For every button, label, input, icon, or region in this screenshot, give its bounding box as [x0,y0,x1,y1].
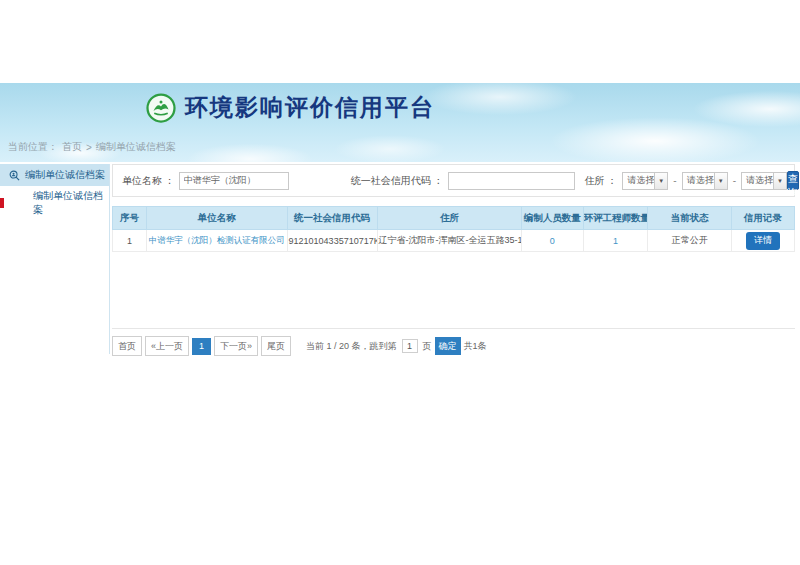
cell-index: 1 [113,230,147,252]
city-select[interactable]: 请选择 ▼ [682,172,728,190]
pagination-current-page[interactable]: 1 [192,338,211,355]
breadcrumb-separator: > [86,142,92,153]
table-row: 1 中谱华宇（沈阳）检测认证有限公司 91210104335710717K 辽宁… [113,230,795,252]
unit-name-input[interactable] [179,172,289,190]
col-index: 序号 [113,207,147,230]
pagination-next-button[interactable]: 下一页» [214,336,258,356]
breadcrumb: 当前位置： 首页 > 编制单位诚信档案 [8,140,176,154]
sidebar: 编制单位诚信档案 编制单位诚信档案 [0,164,110,354]
col-credit-code: 统一社会信用代码 [287,207,377,230]
sidebar-item-credit-archive-header[interactable]: 编制单位诚信档案 [0,164,109,186]
search-button[interactable]: 查询 [787,171,799,190]
pagination-info-suffix: 页 [423,340,432,353]
person-search-icon [9,170,20,181]
unit-name-label: 单位名称 ： [122,174,175,188]
sidebar-item-credit-archive[interactable]: 编制单位诚信档案 [0,193,109,213]
cell-status: 正常公开 [648,230,732,252]
col-engineer-count: 环评工程师数量 [583,207,648,230]
banner: 环境影响评价信用平台 当前位置： 首页 > 编制单位诚信档案 [0,83,800,162]
engineer-count-link[interactable]: 1 [613,236,618,246]
chevron-down-icon: ▼ [714,173,727,189]
sidebar-item-label: 编制单位诚信档案 [25,168,105,182]
pagination: 首页 «上一页 1 下一页» 尾页 当前 1 / 20 条，跳到第 页 确定 共… [112,328,795,356]
col-status: 当前状态 [648,207,732,230]
breadcrumb-prefix: 当前位置： [8,140,58,154]
breadcrumb-current: 编制单位诚信档案 [96,140,176,154]
cell-credit-code: 91210104335710717K [287,230,377,252]
city-select-value: 请选择 [683,174,714,187]
pagination-first-button[interactable]: 首页 [112,336,142,356]
detail-button[interactable]: 详情 [746,232,780,250]
col-credit-record: 信用记录 [732,207,795,230]
search-form: 单位名称 ： 统一社会信用代码 ： 住所 ： 请选择 ▼ - 请选择 ▼ - 请… [112,164,795,197]
platform-logo-icon [146,93,176,123]
province-select-value: 请选择 [623,174,654,187]
address-separator: - [733,175,736,186]
col-staff-count: 编制人员数量 [522,207,583,230]
col-unit-name: 单位名称 [147,207,287,230]
breadcrumb-home-link[interactable]: 首页 [62,140,82,154]
sidebar-item-label: 编制单位诚信档案 [33,189,109,217]
main-panel: 单位名称 ： 统一社会信用代码 ： 住所 ： 请选择 ▼ - 请选择 ▼ - 请… [112,164,795,356]
cell-address: 辽宁省-沈阳市-浑南区-全运五路35-1号楼902 [377,230,522,252]
pagination-total: 共1条 [464,340,487,353]
page-title: 环境影响评价信用平台 [185,92,435,123]
col-address: 住所 [377,207,522,230]
table-header-row: 序号 单位名称 统一社会信用代码 住所 编制人员数量 环评工程师数量 当前状态 … [113,207,795,230]
pagination-info: 当前 1 / 20 条，跳到第 [306,340,397,353]
page-jump-input[interactable] [402,339,418,353]
address-separator: - [673,175,676,186]
district-select-value: 请选择 [742,174,773,187]
pagination-prev-button[interactable]: «上一页 [145,336,189,356]
credit-code-input[interactable] [448,172,575,190]
pagination-last-button[interactable]: 尾页 [261,336,291,356]
page: 环境影响评价信用平台 当前位置： 首页 > 编制单位诚信档案 编制单位诚信档案 [0,0,800,565]
credit-code-label: 统一社会信用代码 ： [351,174,444,188]
chevron-down-icon: ▼ [654,173,667,189]
chevron-down-icon: ▼ [773,173,786,189]
results-table: 序号 单位名称 统一社会信用代码 住所 编制人员数量 环评工程师数量 当前状态 … [112,206,795,252]
district-select[interactable]: 请选择 ▼ [741,172,787,190]
confirm-button[interactable]: 确定 [435,337,461,355]
brand: 环境影响评价信用平台 [146,92,435,123]
province-select[interactable]: 请选择 ▼ [622,172,668,190]
active-marker [0,198,4,208]
address-label: 住所 ： [585,174,618,188]
company-link[interactable]: 中谱华宇（沈阳）检测认证有限公司 [149,235,285,245]
staff-count-link[interactable]: 0 [550,236,555,246]
